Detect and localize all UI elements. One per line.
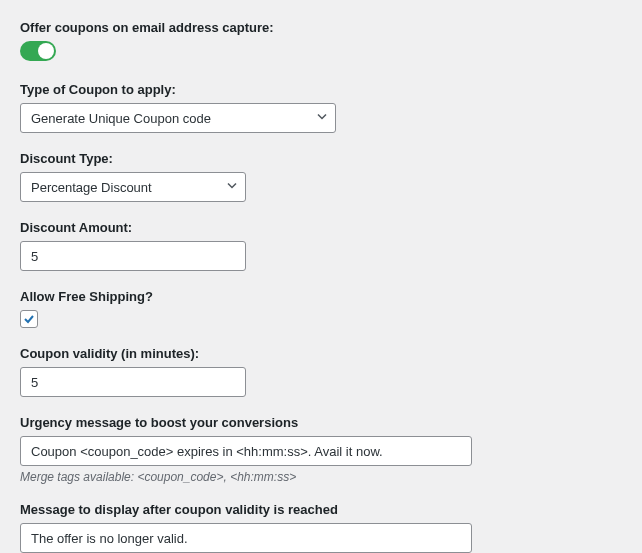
expired-message-input[interactable] [20,523,472,553]
coupon-type-select[interactable]: Generate Unique Coupon code [20,103,336,133]
coupon-validity-input[interactable] [20,367,246,397]
discount-type-select[interactable]: Percentage Discount [20,172,246,202]
urgency-message-label: Urgency message to boost your conversion… [20,415,622,430]
coupon-type-label: Type of Coupon to apply: [20,82,622,97]
coupon-validity-label: Coupon validity (in minutes): [20,346,622,361]
check-icon [23,313,35,325]
free-shipping-checkbox[interactable] [20,310,38,328]
urgency-message-input[interactable] [20,436,472,466]
offer-coupons-label: Offer coupons on email address capture: [20,20,622,35]
discount-amount-input[interactable] [20,241,246,271]
toggle-knob [38,43,54,59]
discount-amount-label: Discount Amount: [20,220,622,235]
free-shipping-label: Allow Free Shipping? [20,289,622,304]
expired-message-label: Message to display after coupon validity… [20,502,622,517]
urgency-message-help: Merge tags available: <coupon_code>, <hh… [20,470,622,484]
offer-coupons-toggle[interactable] [20,41,56,61]
discount-type-label: Discount Type: [20,151,622,166]
